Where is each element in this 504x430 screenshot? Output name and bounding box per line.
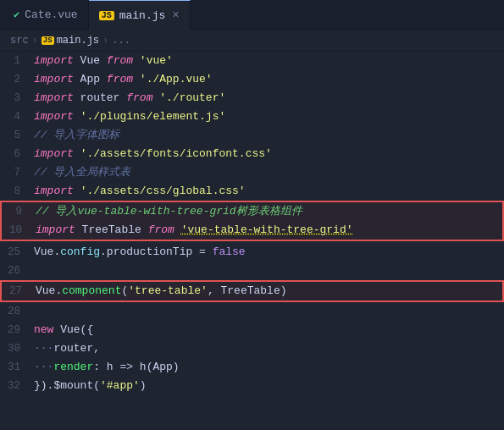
editor-container: ✔ Cate.vue JS main.js × src › JS main.js…	[0, 0, 504, 430]
line-content-10: import TreeTable from 'vue-table-with-tr…	[32, 221, 502, 240]
line-content-30: ···router,	[30, 339, 504, 358]
vue-icon: ✔	[14, 8, 19, 21]
line-container: 1 import Vue from 'vue' 2 import App fro…	[0, 52, 504, 395]
code-line-30: 30 ···router,	[0, 339, 504, 358]
line-content-5: // 导入字体图标	[30, 126, 504, 145]
line-content-4: import './plugins/element.js'	[30, 108, 504, 126]
line-num-9: 9	[2, 202, 32, 221]
line-content-28	[30, 302, 504, 321]
line-num-5: 5	[0, 126, 30, 145]
red-box-group-2: 27 Vue.component('tree-table', TreeTable…	[0, 280, 504, 302]
line-num-26: 26	[0, 262, 30, 280]
line-content-3: import router from './router'	[30, 89, 504, 108]
breadcrumb: src › JS main.js › ...	[0, 30, 504, 52]
code-line-10: 10 import TreeTable from 'vue-table-with…	[2, 221, 502, 240]
code-line-3: 3 import router from './router'	[0, 89, 504, 108]
line-num-27: 27	[2, 282, 32, 300]
breadcrumb-src: src	[10, 35, 29, 47]
line-num-3: 3	[0, 89, 30, 108]
code-line-6: 6 import './assets/fonts/iconfont.css'	[0, 145, 504, 163]
tab-label-cate-vue: Cate.vue	[25, 8, 77, 21]
code-line-29: 29 new Vue({	[0, 321, 504, 339]
line-content-25: Vue.config.productionTip = false	[30, 243, 504, 262]
tab-label-main-js: main.js	[119, 9, 166, 22]
line-content-9: // 导入vue-table-with-tree-grid树形表格组件	[32, 202, 502, 221]
line-content-2: import App from './App.vue'	[30, 70, 504, 89]
line-num-32: 32	[0, 377, 30, 395]
line-num-2: 2	[0, 70, 30, 89]
code-line-1: 1 import Vue from 'vue'	[0, 52, 504, 70]
line-content-31: ···render: h => h(App)	[30, 358, 504, 377]
line-num-10: 10	[2, 221, 32, 240]
code-line-7: 7 // 导入全局样式表	[0, 163, 504, 182]
line-content-32: }).$mount('#app')	[30, 377, 504, 395]
line-content-7: // 导入全局样式表	[30, 163, 504, 182]
code-line-27: 27 Vue.component('tree-table', TreeTable…	[2, 282, 502, 300]
line-content-27: Vue.component('tree-table', TreeTable)	[32, 282, 502, 300]
tab-bar: ✔ Cate.vue JS main.js ×	[0, 0, 504, 30]
code-line-5: 5 // 导入字体图标	[0, 126, 504, 145]
line-num-4: 4	[0, 108, 30, 126]
breadcrumb-file: main.js	[57, 35, 99, 47]
line-num-7: 7	[0, 163, 30, 182]
line-num-1: 1	[0, 52, 30, 70]
line-content-8: import './assets/css/global.css'	[30, 182, 504, 201]
code-line-9: 9 // 导入vue-table-with-tree-grid树形表格组件	[2, 202, 502, 221]
code-area: 1 import Vue from 'vue' 2 import App fro…	[0, 52, 504, 430]
code-line-4: 4 import './plugins/element.js'	[0, 108, 504, 126]
line-num-30: 30	[0, 339, 30, 358]
code-line-26: 26	[0, 262, 504, 280]
line-num-25: 25	[0, 243, 30, 262]
line-num-6: 6	[0, 145, 30, 163]
line-num-31: 31	[0, 358, 30, 377]
js-icon: JS	[99, 11, 114, 20]
tab-main-js[interactable]: JS main.js ×	[89, 0, 191, 30]
code-line-32: 32 }).$mount('#app')	[0, 377, 504, 395]
line-content-6: import './assets/fonts/iconfont.css'	[30, 145, 504, 163]
line-num-29: 29	[0, 321, 30, 339]
line-content-26	[30, 262, 504, 280]
line-content-29: new Vue({	[30, 321, 504, 339]
line-content-1: import Vue from 'vue'	[30, 52, 504, 70]
tab-close-button[interactable]: ×	[172, 8, 179, 22]
code-line-8: 8 import './assets/css/global.css'	[0, 182, 504, 201]
breadcrumb-sep2: ›	[102, 35, 108, 47]
breadcrumb-js-icon: JS	[42, 36, 54, 45]
red-box-group-1: 9 // 导入vue-table-with-tree-grid树形表格组件 10…	[0, 201, 504, 241]
code-line-2: 2 import App from './App.vue'	[0, 70, 504, 89]
line-num-28: 28	[0, 302, 30, 321]
code-line-25: 25 Vue.config.productionTip = false	[0, 243, 504, 262]
breadcrumb-ellipsis: ...	[112, 35, 130, 47]
tab-cate-vue[interactable]: ✔ Cate.vue	[3, 0, 89, 30]
line-num-8: 8	[0, 182, 30, 201]
code-line-31: 31 ···render: h => h(App)	[0, 358, 504, 377]
code-line-28: 28	[0, 302, 504, 321]
breadcrumb-sep1: ›	[32, 35, 38, 47]
